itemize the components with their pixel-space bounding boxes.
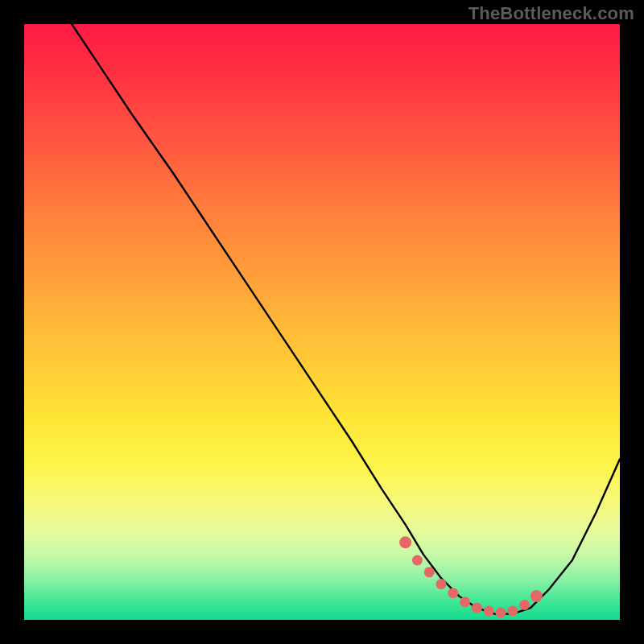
chart-svg-overlay — [24, 24, 620, 620]
optimal-marker — [507, 605, 518, 616]
optimal-marker — [519, 600, 530, 610]
optimal-marker — [472, 603, 482, 613]
optimal-marker — [424, 567, 435, 577]
optimal-marker — [448, 588, 458, 598]
optimal-marker — [412, 555, 423, 566]
optimal-marker — [496, 608, 506, 618]
optimal-marker — [484, 605, 494, 616]
chart-container: TheBottleneck.com — [0, 0, 644, 644]
optimal-marker — [460, 597, 470, 607]
optimal-marker — [436, 579, 447, 589]
optimal-marker — [399, 536, 411, 548]
optimal-marker — [530, 590, 543, 602]
watermark-text: TheBottleneck.com — [469, 3, 634, 24]
bottleneck-curve — [72, 24, 620, 614]
